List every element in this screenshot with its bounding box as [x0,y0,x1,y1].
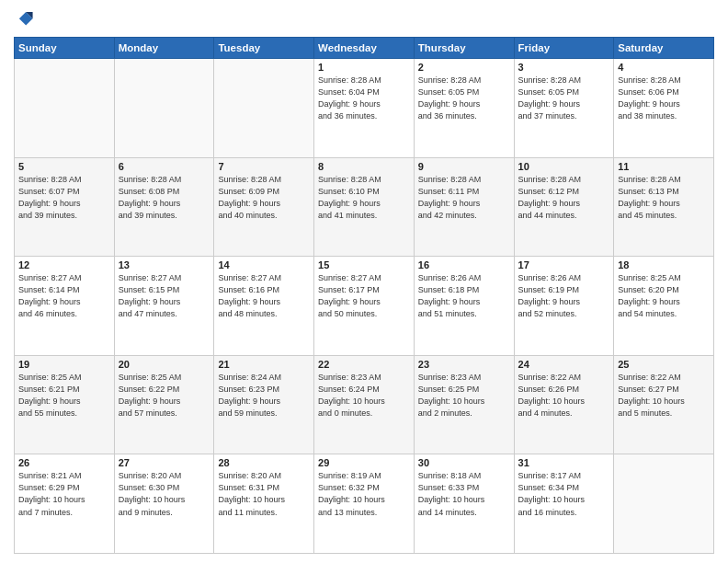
day-cell: 25Sunrise: 8:22 AM Sunset: 6:27 PM Dayli… [614,355,714,454]
day-info: Sunrise: 8:27 AM Sunset: 6:15 PM Dayligh… [119,272,210,320]
day-number: 19 [18,359,110,370]
day-info: Sunrise: 8:22 AM Sunset: 6:27 PM Dayligh… [618,372,710,419]
day-info: Sunrise: 8:20 AM Sunset: 6:31 PM Dayligh… [218,470,310,518]
day-cell: 29Sunrise: 8:19 AM Sunset: 6:32 PM Dayli… [314,454,415,554]
day-cell: 23Sunrise: 8:23 AM Sunset: 6:25 PM Dayli… [414,355,514,454]
day-number: 31 [518,457,610,468]
day-info: Sunrise: 8:21 AM Sunset: 6:29 PM Dayligh… [18,470,110,518]
day-cell: 17Sunrise: 8:26 AM Sunset: 6:19 PM Dayli… [514,257,614,356]
day-number: 9 [418,161,510,172]
day-cell: 14Sunrise: 8:27 AM Sunset: 6:16 PM Dayli… [214,257,314,356]
day-info: Sunrise: 8:17 AM Sunset: 6:34 PM Dayligh… [518,470,610,518]
day-number: 27 [119,457,210,468]
day-number: 23 [418,359,510,370]
day-info: Sunrise: 8:28 AM Sunset: 6:04 PM Dayligh… [318,75,410,122]
day-cell: 6Sunrise: 8:28 AM Sunset: 6:08 PM Daylig… [114,157,214,257]
day-cell [15,59,115,158]
day-info: Sunrise: 8:20 AM Sunset: 6:30 PM Dayligh… [119,470,210,518]
day-info: Sunrise: 8:28 AM Sunset: 6:05 PM Dayligh… [418,75,510,122]
day-cell: 22Sunrise: 8:23 AM Sunset: 6:24 PM Dayli… [314,355,415,454]
calendar-table: SundayMondayTuesdayWednesdayThursdayFrid… [14,37,714,554]
day-info: Sunrise: 8:27 AM Sunset: 6:14 PM Dayligh… [18,272,110,320]
day-number: 26 [18,457,110,468]
day-number: 14 [218,259,310,270]
day-cell: 1Sunrise: 8:28 AM Sunset: 6:04 PM Daylig… [314,59,415,158]
day-info: Sunrise: 8:19 AM Sunset: 6:32 PM Dayligh… [318,470,410,518]
day-cell [114,59,214,158]
day-info: Sunrise: 8:28 AM Sunset: 6:13 PM Dayligh… [618,174,710,222]
day-cell: 20Sunrise: 8:25 AM Sunset: 6:22 PM Dayli… [114,355,214,454]
day-info: Sunrise: 8:28 AM Sunset: 6:09 PM Dayligh… [218,174,310,222]
logo-icon [14,9,34,29]
day-number: 3 [518,62,610,73]
day-header-friday: Friday [514,38,614,59]
page: SundayMondayTuesdayWednesdayThursdayFrid… [0,0,728,563]
week-row-2: 5Sunrise: 8:28 AM Sunset: 6:07 PM Daylig… [15,157,714,257]
day-number: 25 [618,359,710,370]
day-info: Sunrise: 8:28 AM Sunset: 6:10 PM Dayligh… [318,174,410,222]
day-cell: 9Sunrise: 8:28 AM Sunset: 6:11 PM Daylig… [414,157,514,257]
day-info: Sunrise: 8:23 AM Sunset: 6:24 PM Dayligh… [318,372,410,419]
day-info: Sunrise: 8:25 AM Sunset: 6:21 PM Dayligh… [18,372,110,419]
day-number: 5 [18,161,110,172]
day-info: Sunrise: 8:23 AM Sunset: 6:25 PM Dayligh… [418,372,510,419]
day-number: 22 [318,359,410,370]
day-number: 16 [418,259,510,270]
week-row-4: 19Sunrise: 8:25 AM Sunset: 6:21 PM Dayli… [15,355,714,454]
day-cell: 19Sunrise: 8:25 AM Sunset: 6:21 PM Dayli… [15,355,115,454]
day-cell: 28Sunrise: 8:20 AM Sunset: 6:31 PM Dayli… [214,454,314,554]
day-info: Sunrise: 8:26 AM Sunset: 6:18 PM Dayligh… [418,272,510,320]
day-cell: 2Sunrise: 8:28 AM Sunset: 6:05 PM Daylig… [414,59,514,158]
day-info: Sunrise: 8:28 AM Sunset: 6:05 PM Dayligh… [518,75,610,122]
day-cell: 24Sunrise: 8:22 AM Sunset: 6:26 PM Dayli… [514,355,614,454]
day-cell: 15Sunrise: 8:27 AM Sunset: 6:17 PM Dayli… [314,257,415,356]
day-cell: 16Sunrise: 8:26 AM Sunset: 6:18 PM Dayli… [414,257,514,356]
day-number: 21 [218,359,310,370]
day-info: Sunrise: 8:28 AM Sunset: 6:07 PM Dayligh… [18,174,110,222]
day-number: 2 [418,62,510,73]
day-cell: 12Sunrise: 8:27 AM Sunset: 6:14 PM Dayli… [15,257,115,356]
day-cell: 8Sunrise: 8:28 AM Sunset: 6:10 PM Daylig… [314,157,415,257]
day-header-monday: Monday [114,38,214,59]
day-number: 10 [518,161,610,172]
day-info: Sunrise: 8:27 AM Sunset: 6:17 PM Dayligh… [318,272,410,320]
day-number: 7 [218,161,310,172]
day-info: Sunrise: 8:28 AM Sunset: 6:12 PM Dayligh… [518,174,610,222]
day-cell: 21Sunrise: 8:24 AM Sunset: 6:23 PM Dayli… [214,355,314,454]
day-header-wednesday: Wednesday [314,38,415,59]
week-row-3: 12Sunrise: 8:27 AM Sunset: 6:14 PM Dayli… [15,257,714,356]
day-cell: 4Sunrise: 8:28 AM Sunset: 6:06 PM Daylig… [614,59,714,158]
day-header-saturday: Saturday [614,38,714,59]
day-cell: 31Sunrise: 8:17 AM Sunset: 6:34 PM Dayli… [514,454,614,554]
day-number: 15 [318,259,410,270]
day-cell: 5Sunrise: 8:28 AM Sunset: 6:07 PM Daylig… [15,157,115,257]
day-cell: 30Sunrise: 8:18 AM Sunset: 6:33 PM Dayli… [414,454,514,554]
day-cell: 27Sunrise: 8:20 AM Sunset: 6:30 PM Dayli… [114,454,214,554]
day-number: 24 [518,359,610,370]
day-info: Sunrise: 8:25 AM Sunset: 6:20 PM Dayligh… [618,272,710,320]
day-number: 18 [618,259,710,270]
day-cell [214,59,314,158]
day-number: 11 [618,161,710,172]
day-number: 1 [318,62,410,73]
day-info: Sunrise: 8:22 AM Sunset: 6:26 PM Dayligh… [518,372,610,419]
day-cell: 3Sunrise: 8:28 AM Sunset: 6:05 PM Daylig… [514,59,614,158]
day-info: Sunrise: 8:28 AM Sunset: 6:06 PM Dayligh… [618,75,710,122]
day-number: 29 [318,457,410,468]
day-number: 20 [119,359,210,370]
day-header-sunday: Sunday [15,38,115,59]
day-cell: 10Sunrise: 8:28 AM Sunset: 6:12 PM Dayli… [514,157,614,257]
day-header-thursday: Thursday [414,38,514,59]
day-info: Sunrise: 8:25 AM Sunset: 6:22 PM Dayligh… [119,372,210,419]
day-number: 28 [218,457,310,468]
logo [14,9,38,29]
week-row-1: 1Sunrise: 8:28 AM Sunset: 6:04 PM Daylig… [15,59,714,158]
day-number: 12 [18,259,110,270]
day-number: 13 [119,259,210,270]
day-number: 4 [618,62,710,73]
week-row-5: 26Sunrise: 8:21 AM Sunset: 6:29 PM Dayli… [15,454,714,554]
day-cell: 11Sunrise: 8:28 AM Sunset: 6:13 PM Dayli… [614,157,714,257]
header-row: SundayMondayTuesdayWednesdayThursdayFrid… [15,38,714,59]
day-info: Sunrise: 8:28 AM Sunset: 6:08 PM Dayligh… [119,174,210,222]
day-info: Sunrise: 8:28 AM Sunset: 6:11 PM Dayligh… [418,174,510,222]
